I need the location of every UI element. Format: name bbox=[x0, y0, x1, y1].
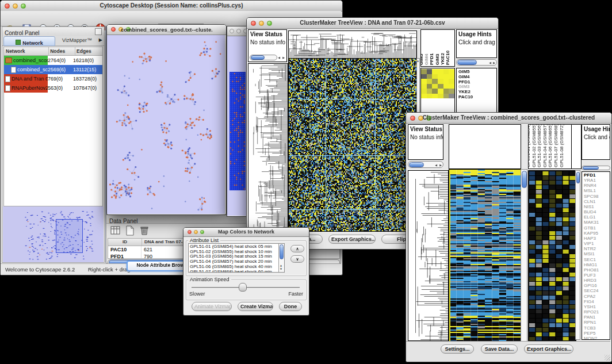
gene-label[interactable]: FIG4 bbox=[584, 299, 610, 304]
matrix-cell[interactable] bbox=[427, 79, 433, 84]
gene-label[interactable]: MON2 bbox=[584, 336, 610, 340]
matrix-cell[interactable] bbox=[432, 89, 438, 94]
network-table-row[interactable]: combined_scores2764(0)16218(0) bbox=[4, 56, 102, 65]
new-attribute-icon[interactable] bbox=[124, 225, 136, 236]
matrix-cell[interactable] bbox=[421, 69, 427, 74]
move-up-button[interactable]: ∧ bbox=[290, 245, 304, 252]
tab-overflow-icon[interactable]: ▶ bbox=[99, 37, 102, 43]
column-label[interactable]: GPL51-03 (GSM856) bbox=[537, 124, 542, 167]
treeview-button[interactable]: Export Graphics... bbox=[524, 344, 573, 354]
list-vscrollbar[interactable]: ▲ ▼ bbox=[278, 244, 284, 272]
network-overview-canvas[interactable] bbox=[3, 206, 104, 262]
gene-label[interactable]: RPN1 bbox=[584, 320, 610, 325]
zoom-vscrollbar[interactable] bbox=[575, 170, 580, 340]
matrix-cell[interactable] bbox=[438, 89, 443, 94]
gene-label[interactable]: KAP95 bbox=[584, 231, 610, 236]
matrix-cell[interactable] bbox=[443, 79, 449, 84]
gene-label[interactable]: YSH1 bbox=[584, 304, 610, 309]
zoom-heatmap-matrix[interactable] bbox=[421, 69, 454, 98]
network-name-cell[interactable]: RNAPuberNov2+ bbox=[4, 83, 48, 93]
gene-label[interactable]: SEC24 bbox=[584, 288, 610, 293]
network-table-row[interactable]: combined_sco2569(6)13112(15) bbox=[4, 65, 102, 74]
gene-label[interactable]: HAP3 bbox=[584, 236, 610, 241]
delete-attribute-icon[interactable] bbox=[139, 225, 150, 236]
view-status-scrollbar[interactable]: ◀ ▶ bbox=[408, 161, 443, 168]
scroll-right-icon[interactable]: ▶ bbox=[493, 61, 495, 64]
gene-label[interactable]: VIP1 bbox=[584, 241, 610, 246]
matrix-cell[interactable] bbox=[421, 94, 427, 99]
create-vizmap-button[interactable]: Create Vizmap bbox=[238, 302, 273, 311]
col-id[interactable]: ID bbox=[108, 239, 142, 246]
matrix-cell[interactable] bbox=[438, 84, 443, 89]
column-label[interactable]: GIM4 bbox=[424, 53, 429, 65]
row-label[interactable]: PAC10 bbox=[458, 95, 496, 100]
treeview-button[interactable]: Export Graphics... bbox=[328, 235, 376, 244]
treeview-combined-titlebar[interactable]: ClusterMaker TreeView : combined_scores_… bbox=[406, 113, 611, 124]
matrix-cell[interactable] bbox=[438, 69, 443, 74]
column-label[interactable]: GPL51-01 (GSM854) bbox=[528, 124, 531, 167]
gene-label[interactable]: CLN1 bbox=[584, 199, 610, 204]
gene-label[interactable]: GPI16 bbox=[584, 283, 610, 288]
gene-label[interactable]: YRA1 bbox=[584, 178, 610, 183]
scroll-right-icon[interactable]: ▶ bbox=[439, 163, 442, 167]
gene-label[interactable]: PUF3 bbox=[584, 273, 610, 278]
global-heatmap-canvas[interactable] bbox=[449, 169, 521, 355]
scroll-left-icon[interactable]: ◀ bbox=[435, 163, 437, 167]
dialog-titlebar[interactable]: Map Colors to Network bbox=[183, 228, 309, 237]
gene-label[interactable]: RNR4 bbox=[584, 183, 610, 188]
column-label[interactable]: GPL51-04 (GSM857) bbox=[542, 124, 548, 167]
col-network[interactable]: Network bbox=[4, 47, 49, 55]
scroll-thumb[interactable] bbox=[409, 162, 424, 167]
close-icon[interactable] bbox=[410, 116, 415, 121]
gene-label[interactable]: NIS1 bbox=[584, 204, 610, 209]
matrix-cell[interactable] bbox=[432, 94, 438, 99]
gene-label[interactable]: GTB1 bbox=[584, 225, 610, 231]
heatmap-vscrollbar[interactable]: ▲ ▼ bbox=[521, 169, 527, 354]
matrix-cell[interactable] bbox=[449, 79, 454, 84]
column-label[interactable]: GPL51-08 (GSM872) bbox=[559, 124, 564, 167]
column-label[interactable]: GPL51-02 (GSM855) bbox=[531, 124, 537, 167]
col-nodes[interactable]: Nodes bbox=[49, 47, 75, 55]
column-label[interactable]: GPL51-07 (GSM868) bbox=[553, 124, 559, 167]
background-network-canvas[interactable] bbox=[227, 36, 247, 216]
column-label[interactable]: PAC10 bbox=[445, 51, 450, 65]
network-view-titlebar[interactable]: combined_scores_good.txt--cluste... bbox=[107, 25, 226, 35]
network-name-cell[interactable]: combined_scores bbox=[4, 56, 48, 65]
attribute-list-item[interactable]: GPL51-03 (GSM856) heat shock 15 min bbox=[190, 254, 283, 259]
matrix-cell[interactable] bbox=[421, 74, 427, 79]
view-status-scrollbar[interactable] bbox=[250, 55, 277, 60]
matrix-cell[interactable] bbox=[449, 69, 454, 74]
matrix-cell[interactable] bbox=[443, 84, 449, 89]
done-button[interactable]: Done bbox=[279, 302, 302, 311]
gene-label[interactable]: HMG1 bbox=[584, 262, 610, 267]
matrix-cell[interactable] bbox=[432, 84, 438, 89]
close-icon[interactable] bbox=[230, 29, 234, 33]
column-label[interactable]: PFD1 bbox=[429, 53, 434, 65]
network-table-row[interactable]: DNA and Tran 07769(0)183728(0) bbox=[4, 74, 102, 83]
matrix-cell[interactable] bbox=[432, 74, 438, 79]
matrix-cell[interactable] bbox=[427, 69, 433, 74]
matrix-cell[interactable] bbox=[427, 74, 433, 79]
zoom-heatmap-canvas[interactable] bbox=[528, 170, 576, 341]
attribute-list-item[interactable]: GPL51-01 (GSM854) heat shock 05 min bbox=[190, 244, 283, 250]
scroll-thumb[interactable] bbox=[576, 172, 580, 183]
resize-grip-icon[interactable] bbox=[605, 355, 610, 361]
column-label[interactable]: GIM3 bbox=[435, 53, 440, 65]
gene-label[interactable]: HRD3 bbox=[584, 278, 610, 283]
column-dendrogram-canvas[interactable] bbox=[288, 30, 417, 59]
matrix-cell[interactable] bbox=[449, 89, 454, 94]
matrix-cell[interactable] bbox=[427, 89, 433, 94]
matrix-cell[interactable] bbox=[432, 79, 438, 84]
tab-vizmapper[interactable]: VizMapper™ bbox=[55, 36, 99, 45]
network-table-row[interactable]: RNAPuberNov2+563(0)107847(0) bbox=[4, 83, 102, 93]
row-dendrogram-canvas[interactable] bbox=[408, 170, 449, 341]
matrix-cell[interactable] bbox=[443, 94, 449, 99]
gene-label[interactable]: ELG1 bbox=[584, 214, 610, 220]
scroll-thumb[interactable] bbox=[457, 60, 477, 65]
matrix-cell[interactable] bbox=[438, 79, 443, 84]
gene-label[interactable]: CPA2 bbox=[584, 294, 610, 299]
scroll-left-icon[interactable]: ◀ bbox=[278, 56, 280, 59]
gene-label[interactable]: PFD1 bbox=[584, 173, 610, 178]
gene-list-hscrollbar[interactable] bbox=[582, 166, 610, 170]
attribute-list-item[interactable]: GPL51-07 (GSM868) heat shock 60 min bbox=[190, 270, 283, 273]
